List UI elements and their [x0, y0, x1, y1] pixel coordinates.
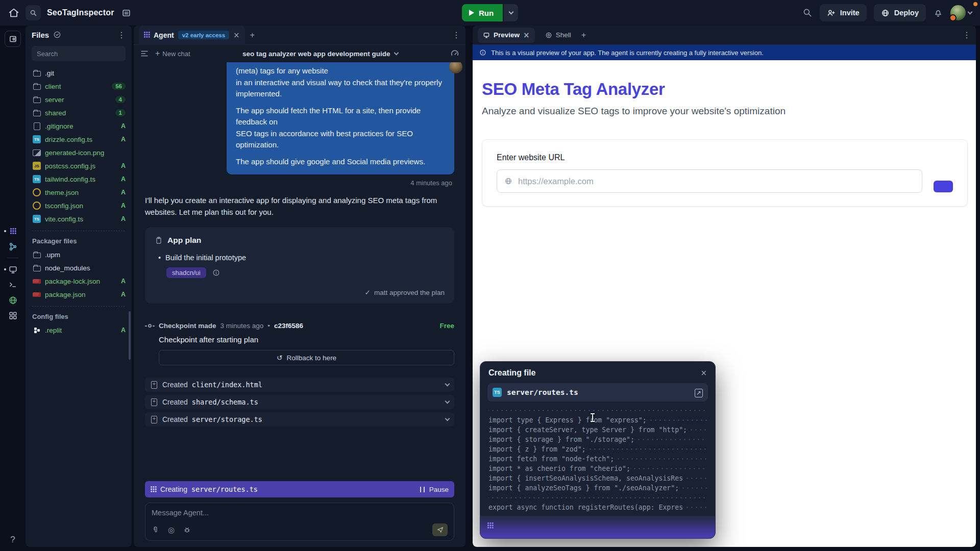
tab-agent[interactable]: Agent v2 early access	[139, 26, 245, 45]
rail-preview-icon[interactable]	[0, 262, 26, 277]
config-files-title: Config files	[32, 313, 132, 320]
chevron-down-icon	[508, 10, 513, 15]
thread-title-dropdown[interactable]: seo tag analyzer web app development gui…	[197, 50, 444, 58]
search-icon[interactable]	[802, 8, 813, 18]
git-status-badge: 1	[115, 109, 126, 116]
rail-deployment-globe-icon[interactable]	[0, 292, 26, 308]
checklist-icon[interactable]	[53, 31, 61, 39]
file-row[interactable]: postcss.config.js A	[26, 159, 132, 172]
file-search[interactable]	[32, 46, 126, 61]
file-search-input[interactable]	[37, 50, 120, 58]
files-menu-kebab-icon[interactable]	[117, 30, 126, 40]
modal-filename: server/routes.ts	[507, 388, 578, 396]
message-composer[interactable]	[145, 503, 454, 541]
person-plus-icon	[827, 9, 836, 17]
tab-shell[interactable]: Shell	[540, 28, 576, 43]
created-file-row[interactable]: Created client/index.html	[145, 378, 454, 392]
typescript-icon: TS	[493, 388, 502, 397]
file-row[interactable]: generated-icon.png	[26, 146, 132, 159]
file-row[interactable]: tailwind.config.ts A	[26, 172, 132, 186]
file-row[interactable]: .gitignore A	[26, 119, 132, 133]
checkpoint-title: Checkpoint after starting plan	[159, 335, 454, 344]
url-form-card: Enter website URL	[482, 139, 968, 207]
rail-workflow-icon[interactable]	[0, 239, 26, 254]
chevron-down-icon[interactable]	[445, 399, 450, 404]
send-button[interactable]	[432, 523, 448, 536]
new-tab-plus-icon[interactable]	[250, 31, 255, 40]
file-type-icon	[32, 250, 41, 259]
deploy-button[interactable]: Deploy	[874, 4, 926, 21]
run-options-button[interactable]	[504, 4, 518, 21]
agent-menu-kebab-icon[interactable]	[452, 30, 460, 40]
home-icon[interactable]	[8, 7, 19, 18]
git-status-badge: A	[121, 176, 126, 183]
file-row[interactable]: .replit A	[26, 323, 132, 337]
git-status-badge: 4	[115, 96, 126, 103]
git-status-badge: A	[121, 202, 126, 209]
website-url-input[interactable]	[518, 177, 915, 186]
scrollbar-thumb[interactable]	[129, 311, 131, 360]
chat-scroll-area[interactable]: (meta) tags for any website in an intera…	[134, 62, 465, 547]
file-row[interactable]: tsconfig.json A	[26, 199, 132, 212]
chat-history-list-icon[interactable]	[140, 49, 149, 58]
file-row[interactable]: package.json A	[26, 288, 132, 301]
file-row[interactable]: .upm	[26, 248, 132, 261]
created-file-row[interactable]: Created shared/schema.ts	[145, 395, 454, 409]
preview-menu-kebab-icon[interactable]	[963, 30, 971, 40]
agent-panel: Agent v2 early access New chat seo tag a…	[134, 26, 465, 547]
code-line: import { z } from "zod";	[488, 444, 707, 454]
help-icon[interactable]: ?	[10, 535, 15, 545]
composer-input[interactable]	[152, 509, 448, 517]
files-panel: Files .git client 56 server 4	[26, 26, 132, 547]
collapse-sidebar-icon[interactable]	[5, 31, 21, 47]
usage-gauge-icon[interactable]	[450, 49, 459, 58]
file-type-icon	[32, 201, 41, 210]
modal-file-row[interactable]: TS server/routes.ts	[487, 383, 708, 402]
rail-divider	[7, 258, 18, 258]
file-row[interactable]: .git	[26, 66, 132, 80]
framework-tag[interactable]: shadcn/ui	[166, 267, 206, 278]
file-type-icon	[32, 174, 41, 184]
paperclip-icon[interactable]	[152, 526, 159, 534]
early-access-badge: v2 early access	[178, 31, 229, 39]
open-in-new-icon[interactable]	[695, 388, 703, 397]
file-row[interactable]: server 4	[26, 93, 132, 106]
chevron-down-icon[interactable]	[445, 416, 450, 421]
file-row[interactable]: node_modules	[26, 261, 132, 274]
rail-agent-icon[interactable]	[0, 223, 26, 239]
website-url-field[interactable]	[497, 169, 922, 193]
active-dot	[4, 230, 6, 232]
created-file-row[interactable]: Created server/storage.ts	[145, 412, 454, 427]
file-row[interactable]: client 56	[26, 80, 132, 93]
git-status-badge: A	[121, 162, 126, 169]
run-label: Run	[479, 9, 494, 17]
bell-icon[interactable]	[933, 8, 943, 18]
app-icon[interactable]	[26, 5, 41, 20]
close-icon[interactable]	[233, 31, 240, 40]
plan-title: App plan	[167, 236, 201, 245]
info-icon[interactable]	[212, 269, 220, 277]
checkpoint-hash[interactable]: c23f6586	[274, 322, 303, 330]
rollback-button[interactable]: Rollback to here	[159, 350, 454, 365]
file-row[interactable]: drizzle.config.ts A	[26, 133, 132, 146]
tab-preview[interactable]: Preview	[478, 28, 535, 43]
new-chat-button[interactable]: New chat	[155, 49, 190, 58]
bug-icon[interactable]	[183, 526, 191, 534]
invite-button[interactable]: Invite	[820, 4, 867, 21]
close-icon[interactable]	[700, 368, 707, 378]
file-row[interactable]: shared 1	[26, 106, 132, 119]
layout-icon[interactable]	[121, 8, 131, 18]
rail-apps-grid-icon[interactable]	[0, 308, 26, 323]
target-icon[interactable]	[168, 525, 175, 535]
file-row[interactable]: theme.json A	[26, 186, 132, 199]
account-menu[interactable]	[950, 5, 972, 20]
run-button[interactable]: Run	[462, 4, 503, 21]
file-row[interactable]: package-lock.json A	[26, 274, 132, 288]
close-icon[interactable]	[523, 31, 530, 40]
file-row[interactable]: vite.config.ts A	[26, 212, 132, 226]
pause-button[interactable]: Pause	[420, 486, 449, 493]
new-tab-plus-icon[interactable]	[581, 31, 586, 40]
rail-terminal-icon[interactable]	[0, 277, 26, 292]
analyze-button[interactable]	[934, 181, 953, 192]
chevron-down-icon[interactable]	[445, 382, 450, 387]
